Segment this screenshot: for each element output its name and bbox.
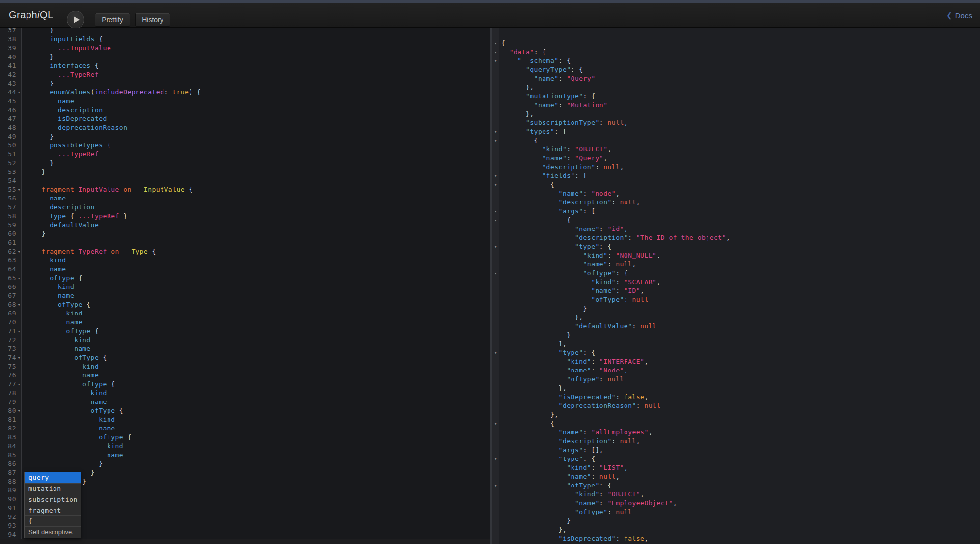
query-code-line[interactable]: interfaces { [33,61,490,70]
docs-toggle-button[interactable]: ❮ Docs [938,3,980,27]
query-code-line[interactable]: } [33,521,490,530]
query-code-line[interactable]: ...InputValue [33,44,490,53]
fold-toggle-icon[interactable]: ▾ [492,39,499,48]
query-code-line[interactable]: description [33,203,490,212]
query-code-line[interactable]: name [33,344,490,353]
query-code-line[interactable]: description [33,106,490,115]
fold-toggle-icon[interactable]: ▾ [492,48,499,57]
query-code-line[interactable]: } [33,53,490,61]
query-code-line[interactable]: } [33,459,490,468]
query-code-line[interactable]: } [33,504,490,513]
fold-toggle-icon[interactable]: ▾ [492,127,499,136]
query-code-line[interactable]: } [33,486,490,495]
fold-toggle-icon[interactable]: ▾ [17,247,22,256]
prettify-button[interactable]: Prettify [95,13,130,27]
query-code-line[interactable]: kind [33,336,490,344]
query-code-line[interactable]: name [33,451,490,459]
fold-toggle-icon[interactable]: ▾ [492,419,499,428]
query-code-line[interactable] [33,238,490,247]
query-code-line[interactable]: ofType { [33,380,490,389]
query-code-line[interactable]: } [33,495,490,504]
fold-toggle-icon[interactable]: ▾ [492,136,499,145]
query-code-line[interactable]: ...TypeRef [33,150,490,159]
execute-query-button[interactable] [67,11,84,29]
fold-toggle-icon[interactable]: ▾ [492,180,499,189]
query-code-line[interactable]: name [33,97,490,106]
query-variables-bar[interactable] [0,539,490,544]
query-code-line[interactable]: isDeprecated [33,115,490,123]
query-code-line[interactable]: name [33,371,490,380]
query-code-line[interactable]: } [33,477,490,486]
query-code-line[interactable]: } [33,513,490,521]
fold-toggle-icon[interactable]: ▾ [17,274,22,283]
fold-toggle-icon[interactable]: ▾ [492,348,499,357]
query-code-line[interactable]: kind [33,389,490,398]
query-editor[interactable]: 3738394041424344▾4546474849505152535455▾… [0,28,490,544]
query-code-line[interactable]: } [33,28,490,35]
query-code-line[interactable]: defaultValue [33,221,490,229]
code-token: } [33,230,46,237]
query-code-line[interactable]: ofType { [33,300,490,309]
query-code-line[interactable]: } [33,159,490,168]
query-code-line[interactable]: kind [33,415,490,424]
query-code-line[interactable]: kind [33,442,490,451]
code-token: : [591,473,599,480]
query-code-line[interactable]: } [33,229,490,238]
query-code-line[interactable]: } [33,132,490,141]
query-code-line[interactable] [33,530,490,539]
fold-toggle-icon[interactable]: ▾ [492,207,499,216]
query-code-line[interactable]: kind [33,362,490,371]
result-code-line: "type": { [501,242,980,251]
fold-toggle-icon[interactable]: ▾ [492,242,499,251]
fold-toggle-icon[interactable]: ▾ [17,380,22,389]
query-code-line[interactable]: ofType { [33,327,490,336]
autocomplete-item-brace[interactable]: { [25,515,81,526]
fold-toggle-icon[interactable]: ▾ [492,216,499,225]
query-code-line[interactable]: name [33,424,490,433]
query-code-line[interactable]: deprecationReason [33,123,490,132]
fold-toggle-icon[interactable]: ▾ [17,327,22,336]
query-code-line[interactable]: name [33,398,490,406]
query-code-line[interactable]: name [33,318,490,327]
query-code-line[interactable]: ofType { [33,353,490,362]
fold-toggle-icon[interactable]: ▾ [17,185,22,194]
query-code-line[interactable]: name [33,265,490,274]
fold-toggle-icon[interactable]: ▾ [17,88,22,97]
query-code-line[interactable]: kind [33,283,490,291]
history-button[interactable]: History [135,13,170,27]
query-code-line[interactable]: inputFields { [33,35,490,44]
query-code-line[interactable]: ...TypeRef [33,70,490,79]
fold-toggle-icon[interactable]: ▾ [492,481,499,490]
query-code-line[interactable]: } [33,168,490,176]
query-code-line[interactable]: fragment InputValue on __InputValue { [33,185,490,194]
query-code-line[interactable]: ofType { [33,433,490,442]
code-token: __Type [123,248,148,255]
query-editor-code-area[interactable]: } inputFields { ...InputValue } interfac… [22,28,490,539]
query-code-line[interactable]: } [33,468,490,477]
query-code-line[interactable]: ofType { [33,274,490,283]
query-code-line[interactable] [33,176,490,185]
query-code-line[interactable]: kind [33,309,490,318]
fold-toggle-icon[interactable]: ▾ [492,269,499,278]
code-token: "deprecationReason" [501,402,636,409]
fold-toggle-icon[interactable]: ▾ [17,406,22,415]
query-code-line[interactable]: name [33,194,490,203]
query-code-line[interactable]: possibleTypes { [33,141,490,150]
fold-toggle-icon[interactable]: ▾ [492,455,499,463]
code-token: : [567,154,575,162]
autocomplete-item-subscription[interactable]: subscription [25,494,81,505]
query-code-line[interactable]: fragment TypeRef on __Type { [33,247,490,256]
query-code-line[interactable]: kind [33,256,490,265]
autocomplete-item-fragment[interactable]: fragment [25,505,81,515]
query-code-line[interactable]: } [33,79,490,88]
fold-toggle-icon[interactable]: ▾ [17,300,22,309]
autocomplete-item-query[interactable]: query [25,472,81,483]
query-code-line[interactable]: name [33,291,490,300]
fold-toggle-icon[interactable]: ▾ [17,353,22,362]
autocomplete-item-mutation[interactable]: mutation [25,483,81,494]
query-code-line[interactable]: ofType { [33,406,490,415]
query-code-line[interactable]: enumValues(includeDeprecated: true) { [33,88,490,97]
fold-toggle-icon[interactable]: ▾ [492,57,499,65]
fold-toggle-icon[interactable]: ▾ [492,172,499,180]
query-code-line[interactable]: type { ...TypeRef } [33,212,490,221]
